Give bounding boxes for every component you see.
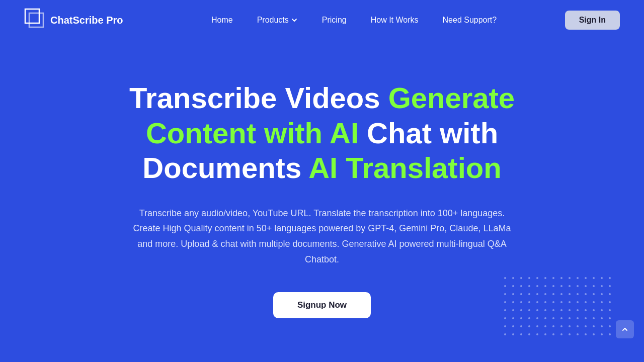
dot [520, 301, 522, 303]
dot [520, 333, 522, 335]
nav-products[interactable]: Products [247, 12, 308, 29]
scroll-up-button[interactable] [616, 320, 634, 338]
brand-name: ChatScribe Pro [50, 15, 123, 26]
nav-support[interactable]: Need Support? [433, 12, 507, 29]
dot [528, 317, 530, 319]
dot [544, 285, 546, 287]
dot [560, 301, 562, 303]
dot [528, 285, 530, 287]
dot [512, 293, 514, 295]
navbar: ChatScribe Pro Home Products Pricing How… [0, 0, 644, 40]
dot [552, 333, 554, 335]
dot [569, 317, 571, 319]
dot [512, 333, 514, 335]
nav-home[interactable]: Home [201, 12, 243, 29]
dot [504, 277, 506, 279]
dot [609, 317, 611, 319]
dot [577, 333, 579, 335]
dot [520, 277, 522, 279]
dot [593, 309, 595, 311]
nav-pricing[interactable]: Pricing [312, 12, 357, 29]
nav-how-it-works[interactable]: How It Works [361, 12, 429, 29]
dot [609, 325, 611, 327]
dot [536, 333, 538, 335]
chevron-down-icon [291, 17, 298, 24]
dot-pattern-decoration [504, 277, 614, 338]
dot [544, 325, 546, 327]
dot [512, 317, 514, 319]
svg-rect-0 [25, 9, 39, 23]
signup-button[interactable]: Signup Now [273, 292, 371, 318]
dot [544, 293, 546, 295]
dot [585, 293, 587, 295]
dot [577, 317, 579, 319]
dot [520, 317, 522, 319]
dot [601, 317, 603, 319]
dot [512, 325, 514, 327]
dot [585, 325, 587, 327]
dot [528, 301, 530, 303]
dot [528, 277, 530, 279]
dot [569, 333, 571, 335]
dot [585, 317, 587, 319]
dot [585, 277, 587, 279]
dot [577, 293, 579, 295]
dot [520, 293, 522, 295]
hero-description: Transcribe any audio/video, YouTube URL.… [131, 206, 513, 267]
svg-rect-1 [29, 13, 43, 27]
dot [569, 301, 571, 303]
dot [544, 309, 546, 311]
dot [609, 277, 611, 279]
dot [585, 309, 587, 311]
dot [593, 285, 595, 287]
dot [504, 309, 506, 311]
dot [504, 317, 506, 319]
dot [544, 317, 546, 319]
hero-title-part1: Transcribe Videos [129, 81, 388, 114]
dot [504, 333, 506, 335]
dot [560, 333, 562, 335]
dot [520, 285, 522, 287]
dot [552, 317, 554, 319]
dot [536, 317, 538, 319]
dot [569, 285, 571, 287]
dot [601, 333, 603, 335]
dot [593, 293, 595, 295]
dot [504, 301, 506, 303]
dot [552, 293, 554, 295]
dot [577, 301, 579, 303]
dot [609, 309, 611, 311]
dot [504, 285, 506, 287]
dot [504, 293, 506, 295]
chevron-up-icon [621, 325, 629, 333]
sign-in-button[interactable]: Sign In [565, 11, 620, 30]
dot [528, 309, 530, 311]
dot [585, 333, 587, 335]
dot [544, 333, 546, 335]
logo-icon [24, 8, 45, 32]
hero-section: Transcribe Videos Generate Content with … [0, 40, 644, 348]
dot [601, 285, 603, 287]
dot [552, 301, 554, 303]
dot [577, 285, 579, 287]
dot [552, 325, 554, 327]
dot [512, 309, 514, 311]
dot [609, 285, 611, 287]
dot [577, 277, 579, 279]
dot [601, 325, 603, 327]
dot [512, 277, 514, 279]
logo[interactable]: ChatScribe Pro [24, 8, 123, 32]
dot [536, 293, 538, 295]
dot [560, 293, 562, 295]
dot [512, 301, 514, 303]
dot [609, 293, 611, 295]
dot [569, 325, 571, 327]
dot [560, 317, 562, 319]
dot [560, 277, 562, 279]
dot [593, 333, 595, 335]
dot [577, 325, 579, 327]
dot [585, 301, 587, 303]
dot [569, 309, 571, 311]
dot [569, 293, 571, 295]
dot [560, 325, 562, 327]
